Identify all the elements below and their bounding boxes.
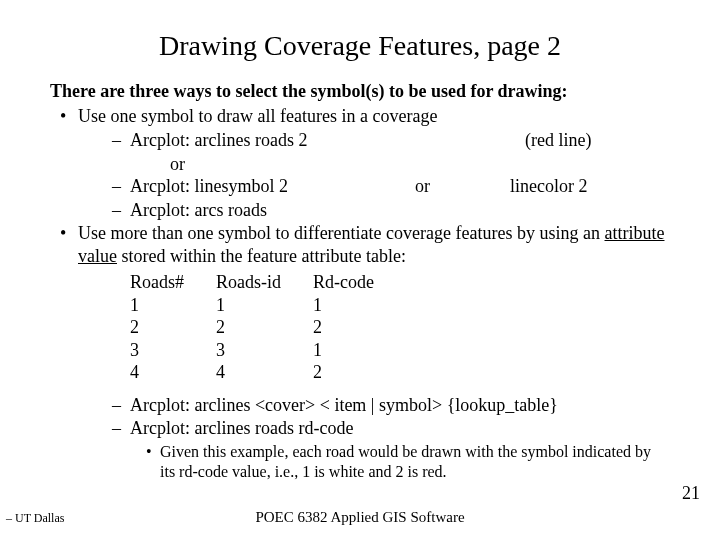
bullet-multi-symbol: Use more than one symbol to differentiat… — [50, 222, 670, 267]
cell: 2 — [130, 316, 216, 339]
footer-center: POEC 6382 Applied GIS Software — [0, 509, 720, 526]
slide: Drawing Coverage Features, page 2 There … — [0, 0, 720, 540]
cell: 4 — [130, 361, 216, 384]
roads-table: Roads# Roads-id Rd-code 1 1 1 2 2 2 3 3 — [50, 271, 670, 384]
intro-text: There are three ways to select the symbo… — [50, 80, 670, 103]
sub-arclines-roads: Arcplot: arclines roads 2 (red line) — [50, 129, 670, 152]
cell: 1 — [216, 294, 313, 317]
bullet-one-symbol: Use one symbol to draw all features in a… — [50, 105, 670, 128]
red-line-note: (red line) — [415, 129, 591, 152]
page-number: 21 — [682, 483, 700, 504]
text-part: Use more than one symbol to differentiat… — [78, 223, 605, 243]
or-text: or — [415, 175, 510, 198]
col-header: Rd-code — [313, 271, 406, 294]
slide-title: Drawing Coverage Features, page 2 — [50, 30, 670, 62]
table-row: 2 2 2 — [130, 316, 406, 339]
slide-body: There are three ways to select the symbo… — [50, 80, 670, 482]
table-row: 4 4 2 — [130, 361, 406, 384]
sub-arcs-roads: Arcplot: arcs roads — [50, 199, 670, 222]
cmd-text: Arcplot: linesymbol 2 — [130, 175, 415, 198]
note-example: Given this example, each road would be d… — [50, 442, 670, 482]
table-header-row: Roads# Roads-id Rd-code — [130, 271, 406, 294]
cell: 1 — [313, 339, 406, 362]
cmd-text: Arcplot: arclines roads 2 — [130, 129, 415, 152]
text-part: stored within the feature attribute tabl… — [117, 246, 406, 266]
cell: 2 — [216, 316, 313, 339]
cell: 4 — [216, 361, 313, 384]
alt-cmd: linecolor 2 — [510, 175, 587, 198]
cell: 2 — [313, 316, 406, 339]
table-row: 1 1 1 — [130, 294, 406, 317]
cell: 2 — [313, 361, 406, 384]
table-row: 3 3 1 — [130, 339, 406, 362]
sub-arclines-syntax: Arcplot: arclines <cover> < item | symbo… — [50, 394, 670, 417]
cell: 1 — [130, 294, 216, 317]
col-header: Roads-id — [216, 271, 313, 294]
sub-linesymbol: Arcplot: linesymbol 2 or linecolor 2 — [50, 175, 670, 198]
or-divider: or — [50, 153, 670, 176]
cell: 1 — [313, 294, 406, 317]
sub-arclines-example: Arcplot: arclines roads rd-code — [50, 417, 670, 440]
cell: 3 — [216, 339, 313, 362]
cell: 3 — [130, 339, 216, 362]
col-header: Roads# — [130, 271, 216, 294]
